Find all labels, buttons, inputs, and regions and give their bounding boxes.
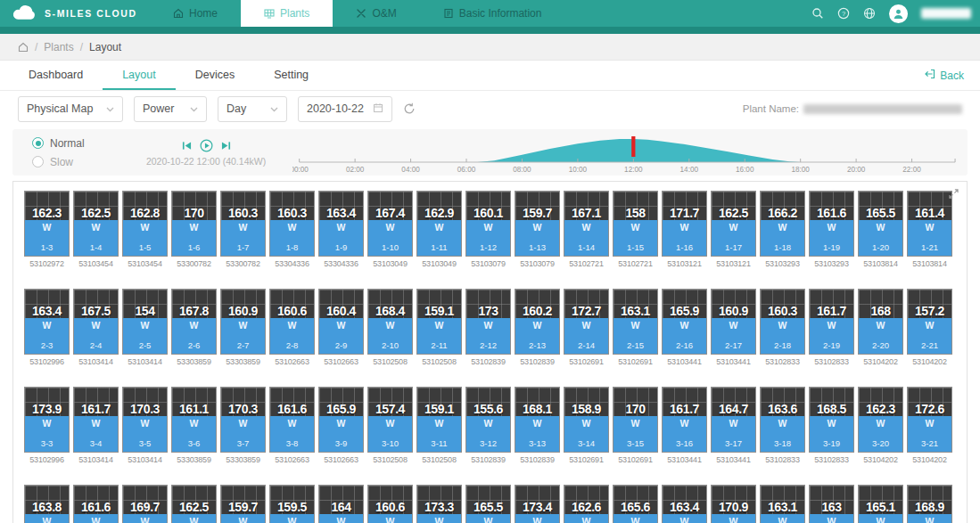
panel-cell[interactable]: 164.7W3-1753103441 bbox=[711, 387, 756, 465]
panel-cell[interactable]: 168.9W bbox=[907, 485, 952, 523]
panel-cell[interactable]: 161.7W2-1953102833 bbox=[809, 289, 854, 367]
panel-cell[interactable]: 162.5W1-1753103121 bbox=[711, 191, 756, 269]
tab-layout[interactable]: Layout bbox=[103, 61, 176, 90]
panel-cell[interactable]: 159.1W2-1153102508 bbox=[416, 289, 462, 367]
panel-cell[interactable]: 161.4W1-2153103814 bbox=[907, 191, 952, 269]
panel-cell[interactable]: 167.4W1-1053103049 bbox=[367, 191, 413, 269]
panel-cell[interactable]: 170.3W3-753303859 bbox=[220, 387, 266, 465]
panel-cell[interactable]: 172.6W3-2153104202 bbox=[907, 387, 952, 465]
panel-cell[interactable]: 160.1W1-1253103079 bbox=[465, 191, 511, 269]
panel-cell[interactable]: 160.4W2-953102663 bbox=[318, 289, 364, 367]
timeline-chart[interactable]: 00:0002:0004:0006:0008:0010:0012:0014:00… bbox=[292, 130, 957, 175]
panel-cell[interactable]: 170.9W bbox=[711, 485, 756, 523]
panel-cell[interactable]: 162.5W1-453103454 bbox=[73, 191, 119, 269]
panel-cell[interactable]: 168.5W3-1953102833 bbox=[809, 387, 854, 465]
panel-cell[interactable]: 160.3W1-853304336 bbox=[269, 191, 315, 269]
panel-cell[interactable]: 165.9W3-953102663 bbox=[318, 387, 364, 465]
map-type-select[interactable]: Physical Map bbox=[18, 96, 123, 122]
panel-cell[interactable]: 161.6W1-1953103293 bbox=[809, 191, 854, 269]
panel-cell[interactable]: 154W2-553103414 bbox=[122, 289, 168, 367]
panel-cell[interactable]: 165.9W2-1653103441 bbox=[662, 289, 707, 367]
radio-normal-control[interactable] bbox=[32, 137, 44, 149]
panel-cell[interactable]: 162.8W1-553103454 bbox=[122, 191, 168, 269]
panel-cell[interactable]: 167.5W2-453103414 bbox=[73, 289, 119, 367]
panel-cell[interactable]: 161.7W3-453103414 bbox=[73, 387, 119, 465]
panel-cell[interactable]: 165.6W bbox=[613, 485, 658, 523]
panel-cell[interactable]: 160.3W2-1853102833 bbox=[760, 289, 805, 367]
brand[interactable]: S-MILES CLOUD bbox=[0, 4, 150, 24]
panel-cell[interactable]: 162.9W1-1153103049 bbox=[416, 191, 462, 269]
panel-cell[interactable]: 159.5W bbox=[269, 485, 315, 523]
panel-cell[interactable]: 170W1-653300782 bbox=[171, 191, 217, 269]
panel-cell[interactable]: 159.7W1-1353103079 bbox=[515, 191, 560, 269]
panel-cell[interactable]: 162.5W bbox=[171, 485, 217, 523]
panel-cell[interactable]: 163.1W bbox=[760, 485, 805, 523]
search-icon[interactable] bbox=[811, 7, 824, 20]
skip-back-icon[interactable] bbox=[182, 141, 192, 151]
panel-cell[interactable]: 163.4W bbox=[662, 485, 707, 523]
panel-cell[interactable]: 158.9W3-1453102691 bbox=[564, 387, 609, 465]
timeline-cursor[interactable] bbox=[631, 136, 635, 157]
panel-cell[interactable]: 166.2W1-1853103293 bbox=[760, 191, 805, 269]
panel-cell[interactable]: 160.3W1-753300782 bbox=[220, 191, 266, 269]
globe-icon[interactable] bbox=[863, 7, 876, 20]
play-icon[interactable] bbox=[200, 139, 213, 152]
panel-cell[interactable]: 163W bbox=[809, 485, 854, 523]
breadcrumb-home-icon[interactable] bbox=[18, 42, 29, 53]
period-select[interactable]: Day bbox=[218, 96, 287, 122]
panel-cell[interactable]: 163.8W bbox=[24, 485, 70, 523]
panel-cell[interactable]: 158W1-1553102721 bbox=[613, 191, 658, 269]
panel-cell[interactable]: 170W3-1553102691 bbox=[613, 387, 658, 465]
panel-cell[interactable]: 159.1W3-1153102508 bbox=[416, 387, 462, 465]
panel-cell[interactable]: 157.2W2-2153104202 bbox=[907, 289, 952, 367]
panel-cell[interactable]: 157.4W3-1053102508 bbox=[367, 387, 413, 465]
panel-cell[interactable]: 161.1W3-653303859 bbox=[171, 387, 217, 465]
radio-normal[interactable]: Normal bbox=[32, 137, 119, 150]
nav-item-plants[interactable]: Plants bbox=[241, 0, 333, 27]
panel-cell[interactable]: 160.6W2-853102663 bbox=[269, 289, 315, 367]
panel-cell[interactable]: 165.1W bbox=[858, 485, 903, 523]
panel-cell[interactable]: 169.7W bbox=[122, 485, 168, 523]
radio-slow[interactable]: Slow bbox=[32, 156, 119, 168]
panel-cell[interactable]: 171.7W1-1653103121 bbox=[662, 191, 707, 269]
panel-cell[interactable]: 173.4W bbox=[515, 485, 560, 523]
panel-cell[interactable]: 173.3W bbox=[416, 485, 462, 523]
panel-cell[interactable]: 170.3W3-553103414 bbox=[122, 387, 168, 465]
panel-cell[interactable]: 168W2-2053104202 bbox=[858, 289, 903, 367]
panel-cell[interactable]: 173W2-1253102839 bbox=[465, 289, 511, 367]
panel-cell[interactable]: 172.7W2-1453102691 bbox=[564, 289, 609, 367]
panel-cell[interactable]: 163.6W3-1853102833 bbox=[760, 387, 805, 465]
panel-cell[interactable]: 162.3W1-353102972 bbox=[24, 191, 70, 269]
radio-slow-control[interactable] bbox=[32, 156, 44, 168]
avatar[interactable] bbox=[889, 4, 908, 23]
panel-cell[interactable]: 161.7W3-1653103441 bbox=[662, 387, 707, 465]
panel-cell[interactable]: 163.1W2-1553102691 bbox=[613, 289, 658, 367]
panel-cell[interactable]: 162.3W3-2053104202 bbox=[858, 387, 903, 465]
panel-cell[interactable]: 160.2W2-1353102839 bbox=[515, 289, 560, 367]
nav-item-om[interactable]: O&M bbox=[333, 0, 419, 27]
panel-cell[interactable]: 165.5W bbox=[465, 485, 511, 523]
panel-cell[interactable]: 160.9W2-1753103441 bbox=[711, 289, 756, 367]
panel-cell[interactable]: 161.6W3-853102663 bbox=[269, 387, 315, 465]
date-picker[interactable]: 2020-10-22 bbox=[298, 96, 392, 122]
metric-select[interactable]: Power bbox=[134, 96, 207, 122]
panel-cell[interactable]: 164W bbox=[318, 485, 364, 523]
nav-item-basic-information[interactable]: Basic Information bbox=[420, 0, 565, 27]
tab-setting[interactable]: Setting bbox=[254, 61, 328, 90]
panel-cell[interactable]: 159.7W bbox=[220, 485, 266, 523]
panel-cell[interactable]: 173.9W3-353102996 bbox=[24, 387, 70, 465]
nav-item-home[interactable]: Home bbox=[150, 0, 241, 27]
skip-forward-icon[interactable] bbox=[221, 141, 231, 151]
panel-cell[interactable]: 167.1W1-1453102721 bbox=[564, 191, 609, 269]
help-icon[interactable]: ? bbox=[837, 7, 850, 20]
tab-devices[interactable]: Devices bbox=[176, 61, 254, 90]
panel-cell[interactable]: 163.4W1-953304336 bbox=[318, 191, 364, 269]
panel-cell[interactable]: 162.6W bbox=[564, 485, 609, 523]
tab-dashboard[interactable]: Dashboard bbox=[9, 61, 103, 90]
panel-cell[interactable]: 155.6W3-1253102839 bbox=[465, 387, 511, 465]
panel-cell[interactable]: 168.1W3-1353102839 bbox=[515, 387, 560, 465]
breadcrumb-item-plants[interactable]: Plants bbox=[44, 41, 73, 53]
panel-cell[interactable]: 168.4W2-1053102508 bbox=[367, 289, 413, 367]
panel-cell[interactable]: 165.5W1-2053103814 bbox=[858, 191, 903, 269]
panel-cell[interactable]: 160.6W bbox=[367, 485, 413, 523]
